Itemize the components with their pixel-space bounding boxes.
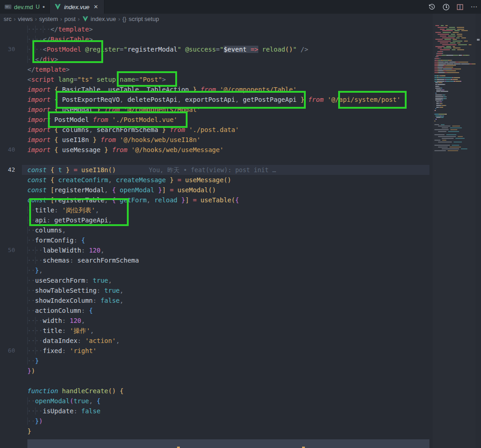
code-line-66[interactable]: ····isUpdate: false xyxy=(0,406,429,416)
token-pun: , xyxy=(105,186,112,194)
minimap-line xyxy=(454,77,459,78)
code-line-47[interactable]: ··api: getPostPageApi, xyxy=(0,215,429,225)
unsaved-dot-icon[interactable]: ● xyxy=(42,5,45,9)
code-text: import { PostExportReqVO, deletePostApi,… xyxy=(27,95,401,105)
code-line-33[interactable]: <script lang="ts" setup name="Post"> xyxy=(0,74,429,84)
token-id: registerTable xyxy=(54,196,105,204)
code-line-32[interactable]: </template> xyxy=(0,64,429,74)
minimap-line xyxy=(472,63,476,64)
token-br1: ) xyxy=(31,367,35,374)
breadcrumb-item-src[interactable]: src xyxy=(4,16,11,22)
code-line-44[interactable]: const [registerModal, { openModal }] = u… xyxy=(0,185,429,195)
code-line-31[interactable]: ··</div> xyxy=(0,54,429,64)
minimap-line xyxy=(457,36,462,37)
code-line-61[interactable]: ··} xyxy=(0,356,429,366)
breadcrumb-item-symbol[interactable]: script setup xyxy=(129,16,159,22)
code-line-51[interactable]: ····schemas: searchFormSchema xyxy=(0,255,429,265)
code-line-29[interactable]: ····</BasicTable> xyxy=(0,34,429,44)
minimap-line xyxy=(435,58,439,59)
token-pun: : xyxy=(62,317,70,324)
code-line-59[interactable]: ····dataIndex: 'action', xyxy=(0,336,429,346)
code-line-58[interactable]: ····title: '操作', xyxy=(0,326,429,336)
tab-dev-md[interactable]: M↓ dev.md U ● xyxy=(0,0,50,14)
code-line-48[interactable]: ··columns, xyxy=(0,225,429,235)
minimap-line xyxy=(435,88,440,89)
token-bool: true xyxy=(105,287,120,294)
minimap-line xyxy=(442,138,454,139)
breadcrumb-item-system[interactable]: system xyxy=(39,16,58,22)
code-line-63[interactable] xyxy=(0,376,429,386)
code-line-28[interactable]: ······</template> xyxy=(0,24,429,34)
close-icon[interactable]: ✕ xyxy=(92,3,99,11)
code-line-50[interactable]: 50····labelWidth: 120, xyxy=(0,245,429,255)
code-line-42[interactable]: 42const { t } = useI18n()You, 昨天 • feat(… xyxy=(0,165,429,175)
breadcrumb-separator: › xyxy=(35,16,37,22)
split-editor-icon[interactable] xyxy=(456,3,464,11)
minimap-line xyxy=(441,75,444,76)
breadcrumb-item-views[interactable]: views xyxy=(18,16,33,22)
token-pun: , xyxy=(235,96,243,103)
more-actions-icon[interactable]: ⋯ xyxy=(470,3,478,11)
minimap-line xyxy=(445,77,452,78)
code-line-46[interactable]: ··title: '岗位列表', xyxy=(0,205,429,215)
code-line-43[interactable]: const { createConfirm, createMessage } =… xyxy=(0,175,429,185)
minimap-line xyxy=(451,60,452,61)
line-number: 42 xyxy=(0,165,15,175)
code-line-36[interactable]: import { useModal } from '@/components/M… xyxy=(0,105,429,115)
timeline-history-icon[interactable] xyxy=(428,3,436,11)
overview-ruler[interactable] xyxy=(476,14,481,448)
token-id: labelWidth xyxy=(43,247,81,254)
minimap-line xyxy=(434,72,438,73)
code-line-52[interactable]: ··}, xyxy=(0,265,429,275)
run-debug-icon[interactable] xyxy=(442,3,450,11)
code-line-40[interactable]: 40import { useMessage } from '@/hooks/we… xyxy=(0,145,429,155)
token-attr: lang xyxy=(58,76,73,83)
minimap-line xyxy=(441,124,444,125)
token-br2: { xyxy=(112,186,120,194)
token-br1: } xyxy=(105,146,112,153)
token-br1: } xyxy=(162,126,170,133)
code-line-65[interactable]: ··openModal(true, { xyxy=(0,396,429,406)
code-line-53[interactable]: ··useSearchForm: true, xyxy=(0,275,429,285)
code-line-35[interactable]: import { PostExportReqVO, deletePostApi,… xyxy=(0,95,429,105)
code-line-62[interactable]: }) xyxy=(0,366,429,376)
token-attr: @register xyxy=(85,46,120,53)
code-line-56[interactable]: ··actionColumn: { xyxy=(0,306,429,316)
code-line-54[interactable]: ··showTableSetting: true, xyxy=(0,285,429,295)
code-line-37[interactable]: import PostModel from './PostModel.vue' xyxy=(0,115,429,125)
token-fn: useI18n xyxy=(81,166,108,174)
code-line-38[interactable]: import { columns, searchFormSchema } fro… xyxy=(0,125,429,135)
token-pun: , xyxy=(81,317,85,324)
code-line-60[interactable]: 60····fixed: 'right' xyxy=(0,346,429,356)
token-br2: { xyxy=(112,196,120,204)
code-editor[interactable]: ······</template>····</BasicTable>30····… xyxy=(0,24,429,448)
tab-index-vue[interactable]: index.vue ✕ xyxy=(50,0,105,14)
code-line-45[interactable]: const [registerTable, { getForm, reload … xyxy=(0,195,429,205)
code-line-41[interactable] xyxy=(0,155,429,165)
vue-file-icon xyxy=(54,4,61,10)
minimap-line xyxy=(446,81,449,82)
token-fn: useModal xyxy=(178,186,208,194)
token-str: '操作' xyxy=(70,327,90,334)
token-kw: from xyxy=(308,96,327,103)
token-ws: ·· xyxy=(27,357,35,364)
code-line-30[interactable]: 30····<PostModel @register="registerModa… xyxy=(0,44,429,54)
code-line-39[interactable]: import { useI18n } from '@/hooks/web/use… xyxy=(0,135,429,145)
code-line-68[interactable]: } xyxy=(0,426,429,436)
token-pun: , xyxy=(90,327,94,334)
code-line-34[interactable]: import { BasicTable, useTable, TableActi… xyxy=(0,84,429,95)
token-ws: ···· xyxy=(27,347,43,354)
code-line-67[interactable]: ··}) xyxy=(0,416,429,426)
code-line-57[interactable]: ····width: 120, xyxy=(0,316,429,326)
breadcrumb-item-file[interactable]: index.vue xyxy=(91,16,116,22)
token-ophl: => xyxy=(251,46,258,53)
minimap-line xyxy=(444,47,451,48)
code-line-55[interactable]: ··showIndexColumn: false, xyxy=(0,295,429,306)
token-id: searchFormSchema xyxy=(97,126,162,133)
minimap[interactable] xyxy=(433,14,476,448)
breadcrumb-item-post[interactable]: post xyxy=(64,16,76,22)
token-fnd: handleCreate xyxy=(62,387,108,395)
code-line-64[interactable]: function handleCreate() { xyxy=(0,386,429,396)
token-pun: : xyxy=(85,277,93,284)
code-line-49[interactable]: ··formConfig: { xyxy=(0,235,429,245)
